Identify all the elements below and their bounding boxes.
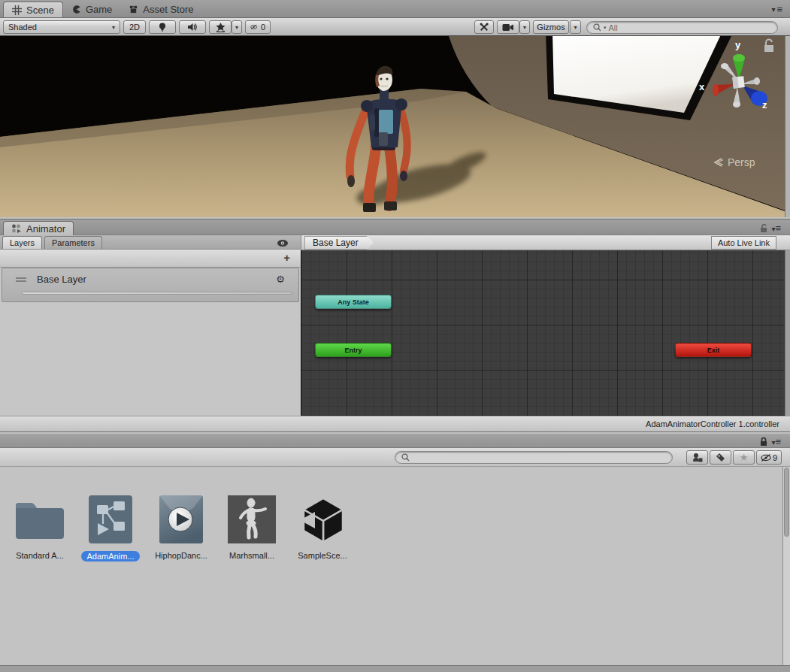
project-menu-icon[interactable]: ▾≡: [771, 436, 781, 447]
state-node-exit[interactable]: Exit: [675, 343, 752, 357]
scene-visibility-button[interactable]: 0: [245, 20, 271, 34]
scrollbar-thumb[interactable]: [784, 468, 789, 537]
search-icon: [593, 23, 601, 32]
hidden-asset-count: 9: [773, 453, 777, 462]
persp-chevron-icon: [713, 158, 725, 167]
auto-live-link-label: Auto Live Link: [718, 238, 770, 247]
speaker-icon: [187, 23, 198, 32]
video-play-icon: [159, 495, 203, 543]
layer-drag-handle[interactable]: [16, 277, 26, 282]
asset-item-adam-animator-controller[interactable]: AdamAnim...: [75, 491, 146, 562]
hidden-object-count: 0: [261, 23, 265, 32]
tab-game[interactable]: Game: [63, 2, 120, 17]
lock-icon[interactable]: [759, 437, 768, 446]
project-scrollbar[interactable]: [782, 467, 790, 665]
layer-item-base-layer[interactable]: Base Layer ⚙: [2, 268, 299, 302]
unlock-icon[interactable]: [759, 223, 768, 233]
layer-name: Base Layer: [37, 274, 86, 285]
animator-panel-tabbar: Animator ▾≡: [0, 219, 790, 235]
effects-dropdown[interactable]: ▾: [232, 20, 242, 34]
lightbulb-icon: [157, 22, 168, 32]
project-search-input[interactable]: [395, 451, 673, 464]
tab-parameters-label: Parameters: [52, 238, 95, 247]
breadcrumb-label: Base Layer: [313, 238, 359, 248]
node-label: Exit: [707, 347, 720, 354]
perspective-toggle[interactable]: Persp: [713, 156, 755, 168]
asset-label: SampleSce...: [298, 551, 347, 560]
scene-search-input[interactable]: ▾ All: [586, 21, 778, 34]
asset-label: Standard A...: [16, 551, 64, 560]
model-preview-icon: [228, 495, 276, 543]
node-label: Entry: [344, 347, 362, 354]
layer-weight-slider[interactable]: [22, 292, 292, 295]
chevron-down-icon: ▾: [523, 24, 526, 31]
animator-menu-icon[interactable]: ▾≡: [771, 222, 781, 234]
state-node-any-state[interactable]: Any State: [315, 295, 392, 309]
gizmos-dropdown[interactable]: Gizmos: [533, 20, 569, 34]
asset-type-icon: [692, 453, 703, 462]
asset-store-icon: [129, 5, 138, 14]
tab-layers-label: Layers: [10, 238, 35, 247]
tab-layers[interactable]: Layers: [2, 236, 42, 249]
2d-toggle-button[interactable]: 2D: [123, 20, 146, 34]
state-node-entry[interactable]: Entry: [315, 343, 392, 357]
scene-3d-render: y x z: [0, 36, 785, 217]
animator-panel-menu: ▾≡: [759, 222, 781, 234]
project-panel-menu: ▾≡: [759, 436, 781, 447]
shading-mode-label: Shaded: [8, 23, 37, 32]
animator-status-left: [0, 416, 301, 432]
asset-item-sample-scene[interactable]: SampleSce...: [287, 491, 358, 562]
tab-scene[interactable]: Scene: [3, 2, 63, 17]
project-visibility-button[interactable]: 9: [756, 450, 782, 465]
tab-asset-store[interactable]: Asset Store: [120, 2, 201, 17]
eye-slash-icon: [761, 453, 772, 462]
scene-viewport[interactable]: y x z Persp: [0, 36, 785, 217]
scene-audio-button[interactable]: [179, 20, 206, 34]
scene-tools-button[interactable]: [474, 20, 494, 34]
layers-eye-icon[interactable]: [277, 239, 289, 247]
asset-item-hiphop-dancing[interactable]: HiphopDanc...: [146, 491, 216, 562]
auto-live-link-button[interactable]: Auto Live Link: [711, 236, 776, 250]
search-by-label-button[interactable]: [710, 450, 731, 465]
unity-logo-icon: [298, 495, 347, 543]
dropdown-icon: ▾: [771, 5, 775, 14]
scene-grid-icon: [12, 5, 22, 15]
shading-mode-dropdown[interactable]: Shaded ▾: [3, 20, 120, 34]
tab-animator-label: Animator: [26, 223, 65, 235]
node-label: Any State: [337, 298, 369, 306]
graph-right-edge: [785, 250, 790, 416]
persp-label-text: Persp: [728, 156, 755, 168]
camera-dropdown[interactable]: ▾: [519, 20, 530, 34]
tag-icon: [716, 453, 725, 462]
breadcrumb-base-layer[interactable]: Base Layer: [304, 236, 374, 250]
asset-label-selected: AdamAnim...: [81, 551, 141, 562]
layer-settings-gear-icon[interactable]: ⚙: [276, 274, 285, 285]
project-panel-header: ▾≡: [0, 434, 790, 448]
tab-animator[interactable]: Animator: [3, 221, 74, 236]
scene-toolbar: Shaded ▾ 2D ▾ 0 ▾ Gizmos ▾ ▾ All: [0, 18, 790, 36]
add-layer-button[interactable]: +: [283, 251, 290, 264]
axis-y-label: y: [735, 39, 741, 50]
folder-icon: [13, 497, 67, 542]
gizmos-dropdown-arrow[interactable]: ▾: [570, 20, 581, 34]
window-menu-icon[interactable]: ▾≡: [771, 4, 782, 15]
layers-toolbar: +: [0, 250, 301, 268]
star-icon: ★: [740, 452, 749, 463]
scene-lighting-button[interactable]: [149, 20, 176, 34]
asset-item-marshmallow-model[interactable]: Marhsmall...: [216, 491, 287, 562]
scene-right-edge: [785, 36, 790, 217]
scene-camera-button[interactable]: [497, 20, 519, 34]
animator-status-bar: AdamAnimatorController 1.controller: [301, 416, 790, 432]
controller-path-label: AdamAnimatorController 1.controller: [646, 419, 779, 428]
scene-effects-button[interactable]: [209, 20, 232, 34]
favorites-button[interactable]: ★: [733, 450, 755, 465]
search-by-type-button[interactable]: [686, 450, 708, 465]
chevron-down-icon: ▾: [112, 24, 115, 31]
asset-item-standard-assets[interactable]: Standard A...: [5, 491, 75, 562]
axis-z-label: z: [762, 99, 767, 110]
effects-icon: [215, 23, 226, 32]
2d-label: 2D: [129, 23, 140, 32]
animator-graph-canvas[interactable]: Any State Entry Exit: [301, 250, 785, 416]
eye-slash-icon: [250, 23, 258, 32]
tab-parameters[interactable]: Parameters: [44, 236, 102, 249]
